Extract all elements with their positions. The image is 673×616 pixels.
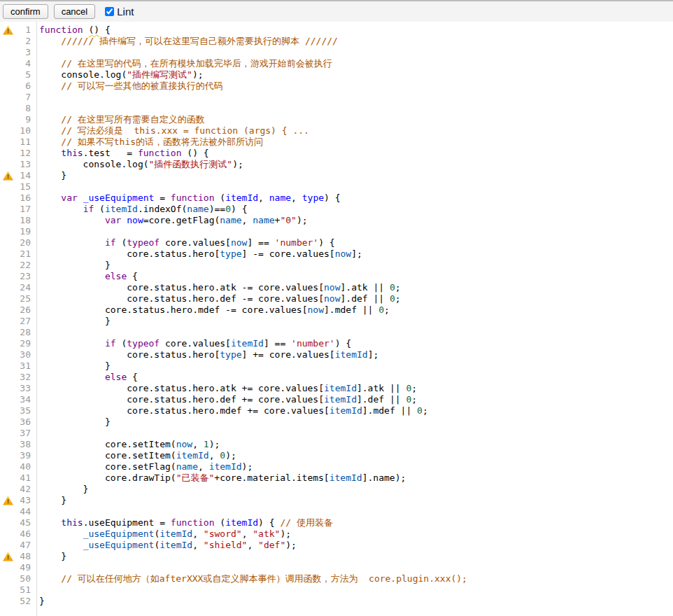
- line-number: 39: [15, 450, 36, 461]
- code-text: core.status.hero[type] -= core.values[no…: [36, 248, 365, 260]
- line-number: 51: [15, 584, 36, 596]
- line-number: 6: [15, 80, 36, 92]
- cancel-button[interactable]: cancel: [54, 4, 96, 19]
- code-line[interactable]: 12 this.test = function () {: [0, 148, 673, 159]
- lint-checkbox[interactable]: [105, 7, 114, 16]
- line-gutter: 27: [0, 316, 36, 327]
- line-gutter: 50: [0, 573, 36, 584]
- code-line[interactable]: 21 core.status.hero[type] -= core.values…: [0, 248, 673, 260]
- code-text: }: [36, 170, 69, 181]
- code-text: if (typeof core.values[now] == 'number')…: [36, 237, 338, 248]
- code-line[interactable]: 33 core.status.hero.atk += core.values[i…: [0, 383, 673, 394]
- code-line[interactable]: 15: [0, 181, 673, 192]
- code-line[interactable]: 38 core.setItem(now, 1);: [0, 439, 673, 450]
- code-line[interactable]: 4 // 在这里写的代码，在所有模块加载完毕后，游戏开始前会被执行: [0, 58, 673, 69]
- line-gutter: 9: [0, 114, 36, 125]
- line-gutter: 5: [0, 69, 36, 80]
- code-line[interactable]: 25 core.status.hero.def -= core.values[n…: [0, 293, 673, 304]
- code-text: }: [36, 416, 113, 428]
- code-editor[interactable]: 1function () {2 ////// 插件编写，可以在这里写自己额外需要…: [0, 22, 673, 616]
- line-number: 25: [15, 293, 36, 304]
- code-line[interactable]: 42 }: [0, 484, 673, 495]
- code-lines: 1function () {2 ////// 插件编写，可以在这里写自己额外需要…: [0, 22, 673, 607]
- line-number: 3: [15, 47, 36, 58]
- line-gutter: 23: [0, 271, 36, 282]
- code-line[interactable]: 23 else {: [0, 271, 673, 282]
- code-line[interactable]: 37: [0, 428, 673, 439]
- line-gutter: 40: [0, 461, 36, 472]
- line-number: 13: [15, 159, 36, 170]
- code-line[interactable]: 51: [0, 584, 673, 596]
- code-line[interactable]: 30 core.status.hero[type] += core.values…: [0, 349, 673, 360]
- code-line[interactable]: 9 // 在这里写所有需要自定义的函数: [0, 114, 673, 125]
- code-line[interactable]: 10 // 写法必须是 this.xxx = function (args) {…: [0, 125, 673, 136]
- code-line[interactable]: 44: [0, 506, 673, 517]
- confirm-button[interactable]: confirm: [3, 4, 48, 19]
- code-line[interactable]: 6 // 可以写一些其他的被直接执行的代码: [0, 80, 673, 92]
- code-line[interactable]: 29 if (typeof core.values[itemId] == 'nu…: [0, 338, 673, 349]
- code-line[interactable]: 49: [0, 562, 673, 573]
- line-number: 4: [15, 58, 36, 69]
- line-gutter: 26: [0, 304, 36, 316]
- code-text: // 在这里写的代码，在所有模块加载完毕后，游戏开始前会被执行: [36, 58, 335, 69]
- code-line[interactable]: 41 core.drawTip("已装备"+core.material.item…: [0, 472, 673, 484]
- line-gutter: 45: [0, 517, 36, 528]
- code-line[interactable]: 13 console.log("插件函数执行测试");: [0, 159, 673, 170]
- line-gutter: 20: [0, 237, 36, 248]
- code-line[interactable]: 5 console.log("插件编写测试");: [0, 69, 673, 80]
- code-text: _useEquipment(itemId, "sword", "atk");: [36, 528, 294, 540]
- code-text: this.useEquipment = function (itemId) { …: [36, 517, 336, 528]
- code-line[interactable]: 16 var _useEquipment = function (itemId,…: [0, 192, 673, 204]
- line-gutter: 22: [0, 260, 36, 271]
- code-line[interactable]: 3: [0, 47, 673, 58]
- line-gutter: 25: [0, 293, 36, 304]
- line-gutter: 11: [0, 136, 36, 148]
- line-gutter: 29: [0, 338, 36, 349]
- code-line[interactable]: 52}: [0, 596, 673, 607]
- warning-triangle-icon: [3, 552, 13, 561]
- line-number: 2: [15, 36, 36, 47]
- code-line[interactable]: 11 // 如果不写this的话，函数将无法被外部所访问: [0, 136, 673, 148]
- code-text: }: [36, 360, 113, 372]
- line-number: 18: [15, 215, 36, 226]
- code-line[interactable]: 24 core.status.hero.atk -= core.values[n…: [0, 282, 673, 293]
- code-line[interactable]: 17 if (itemId.indexOf(name)==0) {: [0, 204, 673, 215]
- code-line[interactable]: 7: [0, 92, 673, 103]
- code-line[interactable]: 43 }: [0, 495, 673, 506]
- code-line[interactable]: 2 ////// 插件编写，可以在这里写自己额外需要执行的脚本 //////: [0, 36, 673, 47]
- code-line[interactable]: 39 core.setItem(itemId, 0);: [0, 450, 673, 461]
- code-line[interactable]: 47 _useEquipment(itemId, "shield", "def"…: [0, 540, 673, 551]
- code-line[interactable]: 46 _useEquipment(itemId, "sword", "atk")…: [0, 528, 673, 540]
- code-line[interactable]: 34 core.status.hero.def += core.values[i…: [0, 394, 673, 405]
- code-line[interactable]: 32 else {: [0, 372, 673, 383]
- code-line[interactable]: 31 }: [0, 360, 673, 372]
- code-line[interactable]: 27 }: [0, 316, 673, 327]
- line-gutter: 13: [0, 159, 36, 170]
- code-line[interactable]: 20 if (typeof core.values[now] == 'numbe…: [0, 237, 673, 248]
- line-number: 16: [15, 192, 36, 204]
- code-line[interactable]: 45 this.useEquipment = function (itemId)…: [0, 517, 673, 528]
- code-line[interactable]: 35 core.status.hero.mdef += core.values[…: [0, 405, 673, 416]
- line-gutter: 28: [0, 327, 36, 338]
- code-line[interactable]: 40 core.setFlag(name, itemId);: [0, 461, 673, 472]
- code-line[interactable]: 26 core.status.hero.mdef -= core.values[…: [0, 304, 673, 316]
- code-text: core.status.hero.def -= core.values[now]…: [36, 293, 404, 304]
- code-line[interactable]: 19: [0, 226, 673, 237]
- code-line[interactable]: 22 }: [0, 260, 673, 271]
- code-line[interactable]: 1function () {: [0, 24, 673, 36]
- code-text: }: [36, 260, 113, 271]
- line-gutter: 35: [0, 405, 36, 416]
- code-line[interactable]: 28: [0, 327, 673, 338]
- code-line[interactable]: 48 }: [0, 551, 673, 562]
- line-gutter: 2: [0, 36, 36, 47]
- line-number: 28: [15, 327, 36, 338]
- code-line[interactable]: 18 var now=core.getFlag(name, name+"0");: [0, 215, 673, 226]
- code-line[interactable]: 14 }: [0, 170, 673, 181]
- line-number: 49: [15, 562, 36, 573]
- code-line[interactable]: 8: [0, 103, 673, 114]
- code-line[interactable]: 36 }: [0, 416, 673, 428]
- line-gutter: 14: [0, 170, 36, 181]
- code-line[interactable]: 50 // 可以在任何地方（如afterXXX或自定义脚本事件）调用函数，方法为…: [0, 573, 673, 584]
- line-gutter: 6: [0, 80, 36, 92]
- line-number: 36: [15, 416, 36, 428]
